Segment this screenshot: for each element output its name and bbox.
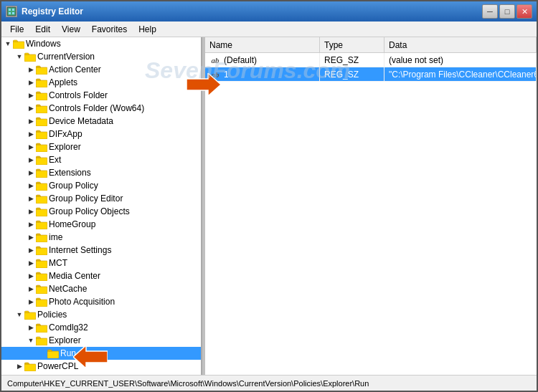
svg-rect-4	[12, 12, 14, 14]
tree-scroll[interactable]: ▼Windows▼CurrentVersion▶Action Center▶Ap…	[1, 37, 201, 375]
col-header-name[interactable]: Name	[205, 37, 320, 52]
tree-item[interactable]: ▶Action Center	[1, 63, 201, 76]
expand-button[interactable]: ▼	[3, 39, 13, 49]
expand-button[interactable]: ▶	[26, 103, 36, 113]
expand-button[interactable]: ▶	[26, 77, 36, 87]
menu-help[interactable]: Help	[133, 23, 162, 36]
tree-item[interactable]: ▼Windows	[1, 37, 201, 50]
folder-icon	[36, 168, 47, 178]
menu-view[interactable]: View	[56, 23, 86, 36]
expand-button[interactable]: ▶	[26, 116, 36, 126]
tree-item[interactable]: ▶Media Center	[1, 269, 201, 282]
folder-icon	[36, 232, 47, 242]
reg-type-icon: ab	[209, 55, 221, 65]
svg-rect-0	[7, 7, 16, 16]
tree-item[interactable]: ▶DIFxApp	[1, 128, 201, 140]
expand-button[interactable]: ▶	[26, 90, 36, 100]
main-content: SevenForums.com ▼Windows▼CurrentVersion▶…	[1, 37, 537, 375]
expand-button[interactable]	[37, 348, 47, 358]
col-header-data[interactable]: Data	[384, 37, 537, 52]
svg-rect-26	[36, 287, 47, 294]
svg-rect-24	[36, 261, 47, 268]
registry-row[interactable]: ab1REG_SZ"C:\Program Files\CCleaner\CCle…	[205, 67, 537, 82]
expand-button[interactable]: ▶	[26, 206, 36, 216]
tree-item[interactable]: ▶Controls Folder (Wow64)	[1, 102, 201, 115]
tree-item-label: ime	[49, 232, 62, 242]
svg-rect-17	[36, 171, 47, 178]
expand-button[interactable]: ▶	[26, 142, 36, 152]
tree-item[interactable]: ▶Group Policy Objects	[1, 205, 201, 218]
svg-rect-11	[36, 93, 47, 100]
expand-button[interactable]: ▶	[26, 193, 36, 204]
expand-button[interactable]: ▶	[26, 129, 36, 139]
svg-rect-16	[36, 158, 47, 165]
tree-item[interactable]: ▶Controls Folder	[1, 89, 201, 102]
tree-item[interactable]: ▶MCT	[1, 257, 201, 269]
svg-rect-7	[13, 42, 24, 49]
folder-icon	[36, 271, 47, 281]
tree-item[interactable]: ▶Internet Settings	[1, 244, 201, 257]
tree-item-label: Explorer	[49, 335, 81, 345]
tree-item[interactable]: ▶Extensions	[1, 166, 201, 179]
expand-button[interactable]: ▶	[26, 64, 36, 75]
tree-item[interactable]: ▼Policies	[1, 308, 201, 321]
expand-button[interactable]: ▶	[26, 297, 36, 307]
tree-item[interactable]: ▶ime	[1, 231, 201, 244]
svg-rect-29	[36, 325, 47, 333]
tree-item[interactable]: ▶Explorer	[1, 140, 201, 153]
tree-item-label: Comdlg32	[49, 322, 88, 333]
folder-icon	[36, 90, 47, 100]
svg-marker-5	[187, 73, 221, 96]
tree-item[interactable]: ▶NetCache	[1, 282, 201, 295]
tree-item[interactable]: ▶Ext	[1, 153, 201, 166]
expand-button[interactable]: ▼	[14, 52, 24, 62]
tree-item[interactable]: ▶Comdlg32	[1, 321, 201, 334]
close-button[interactable]: ✕	[516, 4, 532, 19]
expand-button[interactable]: ▶	[26, 232, 36, 242]
svg-rect-19	[36, 196, 47, 204]
expand-button[interactable]: ▶	[26, 155, 36, 165]
svg-rect-23	[36, 248, 47, 255]
expand-button[interactable]: ▼	[14, 310, 24, 320]
col-header-type[interactable]: Type	[320, 37, 384, 52]
folder-icon	[24, 310, 36, 320]
expand-button[interactable]: ▶	[26, 245, 36, 255]
expand-button[interactable]: ▶	[26, 271, 36, 281]
tree-item-label: Group Policy Editor	[49, 193, 123, 204]
folder-icon	[36, 335, 47, 345]
expand-button[interactable]: ▶	[26, 219, 36, 229]
tree-item-label: DIFxApp	[49, 129, 82, 139]
expand-button[interactable]: ▶	[26, 258, 36, 268]
menu-favorites[interactable]: Favorites	[86, 23, 133, 36]
tree-item[interactable]: ▶Device Metadata	[1, 115, 201, 128]
maximize-button[interactable]: □	[499, 4, 515, 19]
minimize-button[interactable]: ─	[482, 4, 498, 19]
expand-button[interactable]: ▶	[26, 284, 36, 294]
expand-button[interactable]: ▶	[26, 322, 36, 333]
expand-button[interactable]: ▶	[26, 168, 36, 178]
tree-item[interactable]: ▼CurrentVersion	[1, 50, 201, 63]
tree-item-label: Extensions	[49, 168, 91, 178]
reg-cell-name: ab1	[205, 67, 320, 81]
svg-rect-32	[24, 364, 36, 371]
registry-row[interactable]: ab(Default)REG_SZ(value not set)	[205, 53, 537, 67]
tree-item-label: Internet Settings	[49, 245, 111, 255]
svg-rect-2	[12, 9, 14, 11]
expand-button[interactable]: ▶	[26, 181, 36, 191]
tree-item-label: Controls Folder (Wow64)	[49, 103, 144, 113]
tree-item[interactable]: ▶Applets	[1, 76, 201, 89]
tree-item-label: Group Policy	[49, 181, 98, 191]
tree-item[interactable]: ▶Group Policy Editor	[1, 192, 201, 205]
menu-edit[interactable]: Edit	[29, 23, 56, 36]
tree-item[interactable]: ▶HomeGroup	[1, 218, 201, 231]
expand-button[interactable]: ▶	[14, 361, 24, 371]
expand-button[interactable]: ▼	[26, 335, 36, 345]
svg-rect-21	[36, 222, 47, 229]
folder-icon	[36, 116, 47, 126]
tree-item-label: NetCache	[49, 284, 87, 294]
svg-rect-15	[36, 145, 47, 152]
registry-rows[interactable]: ab(Default)REG_SZ(value not set)ab1REG_S…	[205, 53, 537, 375]
tree-item[interactable]: ▶Group Policy	[1, 179, 201, 192]
tree-item[interactable]: ▶Photo Acquisition	[1, 295, 201, 308]
menu-file[interactable]: File	[4, 23, 29, 36]
